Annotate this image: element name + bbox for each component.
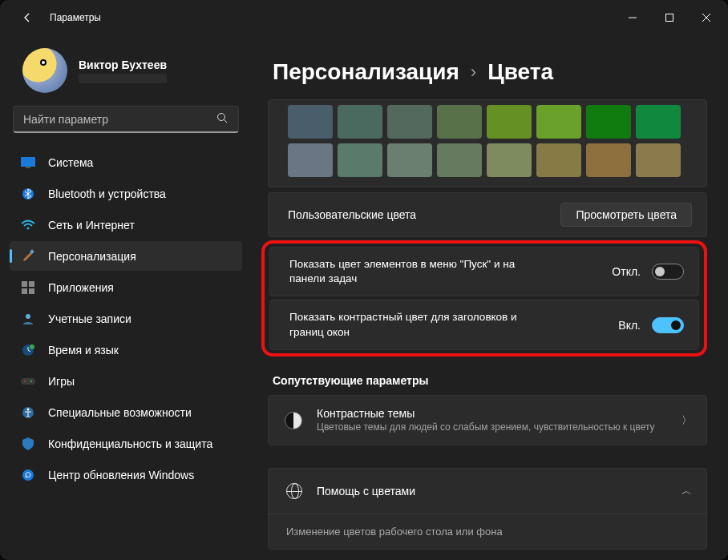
color-swatches-card	[268, 99, 707, 187]
close-button[interactable]	[688, 5, 725, 30]
color-swatch[interactable]	[338, 105, 382, 139]
sidebar-item-label: Персонализация	[48, 250, 136, 263]
sidebar-item-personalization[interactable]: Персонализация	[10, 241, 242, 271]
chevron-up-icon: ︿	[681, 484, 692, 498]
sidebar-item-accounts[interactable]: Учетные записи	[10, 304, 242, 333]
sidebar-item-update[interactable]: Центр обновления Windows	[10, 460, 242, 489]
view-colors-button[interactable]: Просмотреть цвета	[560, 203, 692, 227]
color-swatch[interactable]	[437, 105, 482, 139]
user-name: Виктор Бухтеев	[79, 58, 167, 71]
sidebar-item-network[interactable]: Сеть и Интернет	[10, 210, 242, 240]
paintbrush-icon	[21, 249, 35, 264]
color-swatch[interactable]	[636, 143, 681, 177]
search-icon	[216, 112, 229, 127]
sidebar: Виктор Бухтеев Система	[0, 35, 249, 560]
sidebar-item-apps[interactable]: Приложения	[10, 272, 242, 302]
highlighted-settings: Показать цвет элементов в меню "Пуск" и …	[261, 240, 707, 357]
bluetooth-icon	[21, 187, 35, 201]
breadcrumb-parent[interactable]: Персонализация	[273, 59, 459, 85]
color-swatch[interactable]	[636, 105, 681, 139]
breadcrumb: Персонализация › Цвета	[253, 35, 707, 99]
main-content: Персонализация › Цвета Пользовательские …	[249, 35, 728, 560]
color-swatch[interactable]	[487, 105, 532, 139]
svg-rect-11	[22, 288, 27, 294]
sidebar-item-label: Приложения	[48, 281, 114, 294]
window-title: Параметры	[50, 12, 101, 23]
search-input[interactable]	[13, 106, 239, 133]
avatar	[22, 48, 67, 93]
sidebar-item-label: Учетные записи	[48, 312, 131, 325]
sidebar-item-label: Время и язык	[48, 344, 119, 357]
sidebar-item-accessibility[interactable]: Специальные возможности	[10, 397, 242, 427]
help-title: Помощь с цветами	[317, 485, 415, 498]
setting-label: Показать цвет элементов в меню "Пуск" и …	[289, 257, 546, 286]
help-header[interactable]: Помощь с цветами ︿	[269, 469, 706, 514]
accessibility-icon	[21, 405, 35, 420]
svg-rect-16	[21, 378, 35, 385]
contrast-icon	[285, 412, 302, 429]
svg-point-17	[24, 381, 26, 382]
color-swatch[interactable]	[288, 105, 333, 139]
sidebar-item-privacy[interactable]: Конфиденциальность и защита	[10, 429, 242, 458]
toggle-state-text: Откл.	[612, 265, 641, 278]
toggle-titlebar-accent[interactable]	[652, 317, 684, 333]
svg-point-21	[22, 469, 34, 481]
back-button[interactable]	[14, 5, 40, 30]
sidebar-item-bluetooth[interactable]: Bluetooth и устройства	[10, 179, 242, 208]
sidebar-item-system[interactable]: Система	[10, 147, 242, 177]
color-swatch[interactable]	[586, 143, 631, 177]
color-swatch[interactable]	[387, 105, 432, 139]
nav: Система Bluetooth и устройства Сеть и Ин…	[10, 147, 242, 489]
sidebar-item-time[interactable]: Время и язык	[10, 335, 242, 365]
maximize-button[interactable]	[651, 5, 688, 30]
help-item[interactable]: Изменение цветов рабочего стола или фона	[269, 514, 706, 549]
svg-rect-10	[29, 281, 34, 287]
color-swatch[interactable]	[437, 143, 482, 177]
user-email	[79, 74, 167, 83]
setting-label: Показать контрастный цвет для заголовков…	[289, 310, 546, 339]
color-swatch[interactable]	[338, 143, 382, 177]
sidebar-item-label: Конфиденциальность и защита	[48, 437, 212, 450]
sidebar-item-label: Bluetooth и устройства	[48, 187, 166, 200]
setting-start-accent: Показать цвет элементов в меню "Пуск" и …	[269, 247, 699, 296]
page-title: Цвета	[487, 59, 553, 85]
setting-titlebar-accent: Показать контрастный цвет для заголовков…	[269, 300, 699, 349]
shield-icon	[21, 437, 35, 451]
color-swatch[interactable]	[586, 105, 631, 139]
svg-point-2	[218, 113, 225, 120]
chevron-right-icon: 〉	[681, 413, 692, 428]
svg-rect-5	[26, 167, 30, 168]
svg-point-13	[26, 314, 30, 319]
sidebar-item-label: Специальные возможности	[48, 406, 192, 419]
svg-point-20	[27, 408, 30, 410]
color-swatch[interactable]	[487, 143, 532, 177]
minimize-button[interactable]	[614, 5, 651, 30]
chevron-right-icon: ›	[471, 62, 476, 83]
svg-point-18	[30, 381, 32, 382]
toggle-state-text: Вкл.	[618, 319, 641, 332]
display-icon	[21, 155, 35, 170]
help-expander: Помощь с цветами ︿ Изменение цветов рабо…	[268, 468, 707, 550]
svg-point-7	[27, 227, 30, 229]
color-swatch[interactable]	[387, 143, 432, 177]
svg-rect-12	[29, 288, 34, 294]
sidebar-item-gaming[interactable]: Игры	[10, 366, 242, 396]
person-icon	[21, 312, 35, 326]
related-header: Сопутствующие параметры	[273, 374, 707, 387]
color-swatch[interactable]	[288, 143, 333, 177]
svg-rect-1	[666, 14, 673, 22]
apps-icon	[21, 280, 35, 295]
settings-window: Параметры Виктор Бухтеев	[0, 0, 728, 560]
contrast-themes-card[interactable]: Контрастные темы Цветовые темы для людей…	[268, 395, 707, 446]
sidebar-item-label: Сеть и Интернет	[48, 219, 135, 232]
svg-line-3	[224, 119, 228, 123]
color-swatch[interactable]	[536, 143, 581, 177]
sidebar-item-label: Игры	[48, 375, 75, 388]
color-swatch[interactable]	[536, 105, 581, 139]
gamepad-icon	[21, 374, 35, 389]
clock-icon	[21, 343, 35, 357]
user-profile[interactable]: Виктор Бухтеев	[10, 42, 242, 104]
search-field[interactable]	[23, 113, 216, 126]
svg-rect-4	[21, 157, 35, 167]
toggle-start-accent[interactable]	[652, 264, 684, 280]
